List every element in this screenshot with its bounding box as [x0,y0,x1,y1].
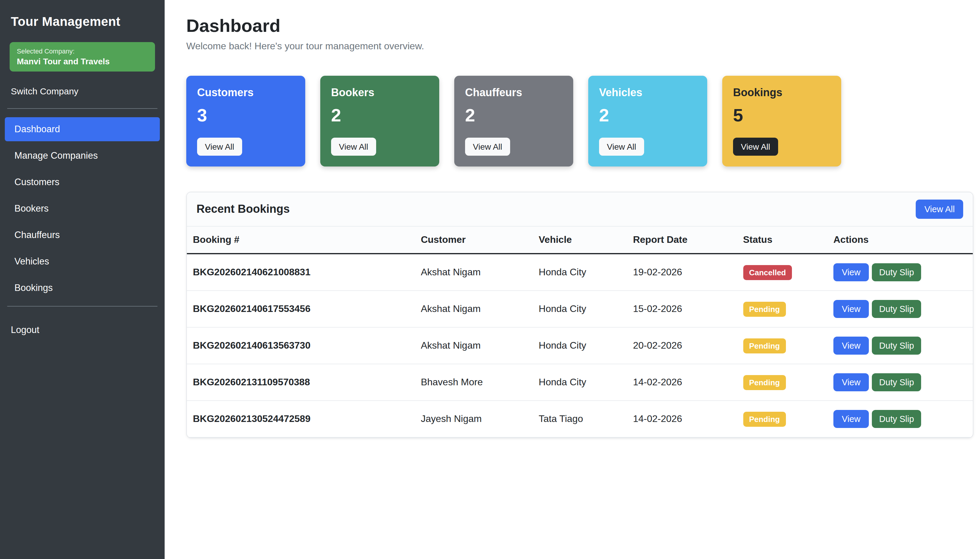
selected-company-name: Manvi Tour and Travels [17,56,148,66]
stat-card-customers: Customers 3 View All [186,76,305,167]
duty-slip-button[interactable]: Duty Slip [872,263,921,281]
bookers-view-all-button[interactable]: View All [331,138,376,155]
status-badge: Pending [743,412,786,427]
sidebar-item-bookers[interactable]: Bookers [5,197,160,221]
report-date: 14-02-2026 [627,364,737,400]
booking-number: BKG202602140613563730 [187,327,415,364]
view-button[interactable]: View [833,263,869,281]
booking-number: BKG202602131109570388 [187,364,415,400]
sidebar-nav: Dashboard Manage Companies Customers Boo… [0,112,165,302]
duty-slip-button[interactable]: Duty Slip [872,337,921,355]
stat-card-bookings: Bookings 5 View All [722,76,841,167]
stat-card-bookers: Bookers 2 View All [320,76,439,167]
recent-bookings-header: Recent Bookings View All [187,192,973,227]
customer-name: Bhavesh More [415,364,533,400]
customer-name: Jayesh Nigam [415,400,533,437]
stat-label: Customers [197,86,294,99]
customer-name: Akshat Nigam [415,291,533,327]
page-subtitle: Welcome back! Here's your tour managemen… [186,41,973,52]
table-header-row: Booking # Customer Vehicle Report Date S… [187,227,973,254]
sidebar-item-vehicles[interactable]: Vehicles [5,250,160,273]
sidebar: Tour Management Selected Company: Manvi … [0,0,165,559]
table-row: BKG202602131109570388 Bhavesh More Honda… [187,364,973,400]
booking-number: BKG202602140621008831 [187,254,415,291]
recent-bookings-view-all-button[interactable]: View All [916,200,963,219]
table-row: BKG202602140613563730 Akshat Nigam Honda… [187,327,973,364]
sidebar-item-dashboard[interactable]: Dashboard [5,117,160,141]
stat-count: 3 [197,105,294,126]
bookings-view-all-button[interactable]: View All [733,138,778,155]
logout-link[interactable]: Logout [0,318,165,342]
recent-bookings-title: Recent Bookings [196,203,290,216]
stat-card-vehicles: Vehicles 2 View All [588,76,707,167]
vehicle-name: Honda City [533,254,627,291]
column-header-status: Status [737,227,827,254]
page-title: Dashboard [186,16,973,36]
sidebar-divider-bottom [7,306,157,306]
customer-name: Akshat Nigam [415,327,533,364]
sidebar-item-bookings[interactable]: Bookings [5,276,160,300]
recent-bookings-panel: Recent Bookings View All Booking # Custo… [186,192,973,438]
stat-card-chauffeurs: Chauffeurs 2 View All [454,76,573,167]
table-row: BKG202602140621008831 Akshat Nigam Honda… [187,254,973,291]
stat-label: Bookers [331,86,428,99]
app-title: Tour Management [0,8,165,37]
column-header-booking: Booking # [187,227,415,254]
vehicle-name: Honda City [533,327,627,364]
vehicle-name: Honda City [533,364,627,400]
column-header-vehicle: Vehicle [533,227,627,254]
view-button[interactable]: View [833,373,869,391]
column-header-report-date: Report Date [627,227,737,254]
column-header-customer: Customer [415,227,533,254]
status-badge: Pending [743,338,786,353]
selected-company-label: Selected Company: [17,48,148,55]
report-date: 15-02-2026 [627,291,737,327]
vehicles-view-all-button[interactable]: View All [599,138,644,155]
chauffeurs-view-all-button[interactable]: View All [465,138,510,155]
duty-slip-button[interactable]: Duty Slip [872,300,921,318]
column-header-actions: Actions [827,227,973,254]
view-button[interactable]: View [833,410,869,428]
sidebar-item-customers[interactable]: Customers [5,170,160,194]
sidebar-divider-top [7,108,157,109]
table-row: BKG202602140617553456 Akshat Nigam Honda… [187,291,973,327]
bookings-table: Booking # Customer Vehicle Report Date S… [187,227,973,438]
duty-slip-button[interactable]: Duty Slip [872,373,921,391]
table-row: BKG202602130524472589 Jayesh Nigam Tata … [187,400,973,437]
booking-number: BKG202602130524472589 [187,400,415,437]
sidebar-item-manage-companies[interactable]: Manage Companies [5,144,160,168]
status-badge: Pending [743,301,786,316]
switch-company-link[interactable]: Switch Company [0,79,165,104]
stat-label: Vehicles [599,86,696,99]
main-content: Dashboard Welcome back! Here's your tour… [165,0,980,559]
stats-row: Customers 3 View All Bookers 2 View All … [186,76,973,167]
stat-label: Chauffeurs [465,86,563,99]
stat-count: 5 [733,105,830,126]
stat-count: 2 [599,105,696,126]
status-badge: Pending [743,375,786,390]
stat-count: 2 [465,105,563,126]
vehicle-name: Tata Tiago [533,400,627,437]
stat-label: Bookings [733,86,830,99]
report-date: 14-02-2026 [627,400,737,437]
report-date: 19-02-2026 [627,254,737,291]
app-window: Tour Management Selected Company: Manvi … [0,0,980,559]
view-button[interactable]: View [833,300,869,318]
selected-company-box: Selected Company: Manvi Tour and Travels [10,42,155,71]
report-date: 20-02-2026 [627,327,737,364]
customers-view-all-button[interactable]: View All [197,138,242,155]
duty-slip-button[interactable]: Duty Slip [872,410,921,428]
status-badge: Cancelled [743,265,792,280]
customer-name: Akshat Nigam [415,254,533,291]
view-button[interactable]: View [833,337,869,355]
sidebar-item-chauffeurs[interactable]: Chauffeurs [5,223,160,247]
booking-number: BKG202602140617553456 [187,291,415,327]
stat-count: 2 [331,105,428,126]
vehicle-name: Honda City [533,291,627,327]
